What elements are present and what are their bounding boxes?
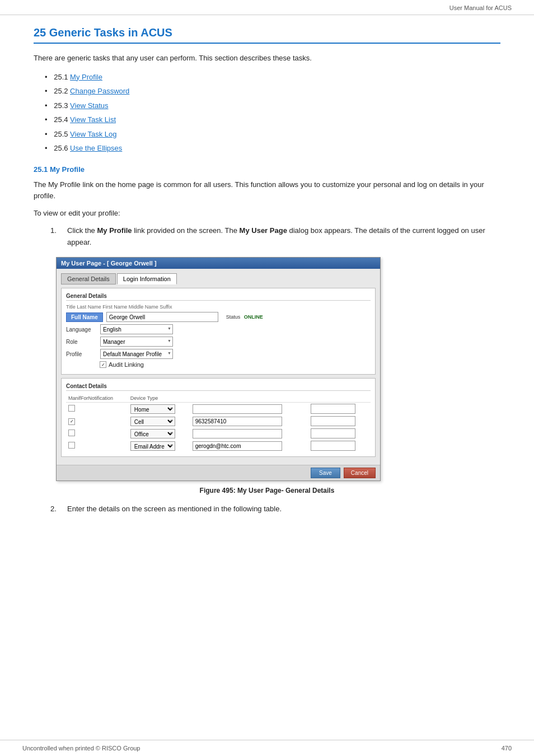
contact-ext-2[interactable] [311,416,355,426]
contact-row-2: ✓ Cell [66,415,371,427]
chapter-title: 25 Generic Tasks in ACUS [34,26,500,44]
contact-checkbox-1[interactable] [68,405,75,412]
section-25-1-heading: 25.1 My Profile [34,165,500,174]
step-1-bold1: My Profile [97,226,132,235]
contact-ext-1[interactable] [311,404,355,414]
contact-type-select-3[interactable]: Office [130,429,175,438]
contact-table-header: ManifForNotification Device Type [66,394,371,403]
toc-item-5: 25.5 View Task Log [45,129,500,140]
profile-label: Profile [66,351,97,357]
toc-item-2: 25.2 Change Password [45,86,500,97]
audit-label: Audit Linking [109,361,144,368]
contact-row-4: Email Address [66,440,371,452]
toc-link-3[interactable]: View Status [70,101,108,110]
contact-checkbox-4[interactable] [68,442,75,449]
page-footer: Uncontrolled when printed © RISCO Group … [0,740,534,756]
toc-item-6: 25.6 Use the Ellipses [45,143,500,154]
step-2-content: Enter the details on the screen as menti… [67,503,500,515]
step-1-bold2: My User Page [240,226,287,235]
col-device-type: Device Type [128,394,190,403]
toc-link-4[interactable]: View Task List [70,115,116,124]
section-25-1: 25.1 My Profile The My Profile link on t… [34,165,500,516]
profile-select[interactable]: Default Manager Profile [100,349,173,359]
steps-list-2: 2. Enter the details on the screen as me… [50,503,500,515]
tab-login[interactable]: Login Information [117,273,177,284]
role-select[interactable]: Manager [100,337,173,347]
contact-type-select-4[interactable]: Email Address [130,441,175,451]
step-1-content: Click the My Profile link provided on th… [67,225,500,249]
toc-link-2[interactable]: Change Password [70,87,129,95]
contact-row-1: Home [66,403,371,416]
audit-row: ✓ Audit Linking [100,361,371,368]
contact-details-section: Contact Details ManifForNotification Dev… [61,378,376,457]
toc-list: 25.1 My Profile 25.2 Change Password 25.… [45,72,500,154]
figure-caption: Figure 495: My User Page- General Detail… [34,487,500,494]
dialog-title-bar: My User Page - [ George Orwell ] [57,258,380,269]
toc-item-1: 25.1 My Profile [45,72,500,83]
toc-item-4: 25.4 View Task List [45,114,500,125]
contact-table: ManifForNotification Device Type [66,394,371,452]
col-notification: ManifForNotification [66,394,128,403]
contact-row-3: Office [66,427,371,440]
section-25-1-para2: To view or edit your profile: [34,208,500,220]
footer-right: 470 [502,745,512,752]
contact-number-3[interactable] [193,429,282,438]
dialog-title: My User Page - [ George Orwell ] [61,260,157,267]
contact-ext-3[interactable] [311,428,355,438]
content-area: 25 Generic Tasks in ACUS There are gener… [0,15,534,543]
role-label: Role [66,339,97,345]
page-wrapper: User Manual for ACUS 25 Generic Tasks in… [0,0,534,756]
contact-number-4[interactable] [193,441,282,451]
step-2: 2. Enter the details on the screen as me… [50,503,500,515]
role-row: Role Manager [66,337,371,347]
contact-details-title: Contact Details [66,383,371,391]
contact-type-select-2[interactable]: Cell [130,417,175,426]
cancel-button[interactable]: Cancel [344,468,376,478]
audit-checkbox[interactable]: ✓ [100,361,106,368]
page-header: User Manual for ACUS [0,0,534,15]
dialog-box: My User Page - [ George Orwell ] General… [56,257,381,481]
general-details-title: General Details [66,293,371,301]
step-1: 1. Click the My Profile link provided on… [50,225,500,249]
toc-item-3: 25.3 View Status [45,100,500,111]
step-1-num: 1. [50,225,62,249]
contact-number-1[interactable] [193,404,282,414]
full-name-row: Full Name Status ONLINE [66,312,371,322]
footer-left: Uncontrolled when printed © RISCO Group [22,745,140,752]
intro-paragraph: There are generic tasks that any user ca… [34,53,500,64]
general-details-section: General Details Title Last Name First Na… [61,288,376,375]
dialog-body: General Details Login Information Genera… [57,269,380,465]
profile-row: Profile Default Manager Profile [66,349,371,359]
header-text: User Manual for ACUS [449,4,512,11]
tab-general[interactable]: General Details [61,273,116,284]
contact-checkbox-2[interactable]: ✓ [68,418,75,425]
field-name-hint: Title Last Name First Name Middle Name S… [66,304,371,310]
save-button[interactable]: Save [311,468,340,478]
steps-list: 1. Click the My Profile link provided on… [50,225,500,249]
contact-type-select-1[interactable]: Home [130,404,175,414]
contact-ext-4[interactable] [311,441,355,451]
full-name-label: Full Name [66,312,103,322]
status-label: Status [226,314,241,320]
step-2-num: 2. [50,503,62,515]
language-label: Language [66,326,97,333]
section-25-1-para1: The My Profile link on the home page is … [34,179,500,203]
toc-link-1[interactable]: My Profile [70,73,102,81]
language-select-wrapper: English [100,324,173,334]
dialog-footer: Save Cancel [57,465,380,480]
full-name-input[interactable] [106,312,218,322]
toc-link-6[interactable]: Use the Ellipses [70,144,122,152]
role-select-wrapper: Manager [100,337,173,347]
toc-link-5[interactable]: View Task Log [70,130,116,138]
dialog-tabs: General Details Login Information [61,273,376,284]
language-select[interactable]: English [100,324,173,334]
contact-number-2[interactable] [193,417,282,426]
status-value: ONLINE [244,314,263,320]
language-row: Language English [66,324,371,334]
contact-checkbox-3[interactable] [68,430,75,436]
profile-select-wrapper: Default Manager Profile [100,349,173,359]
